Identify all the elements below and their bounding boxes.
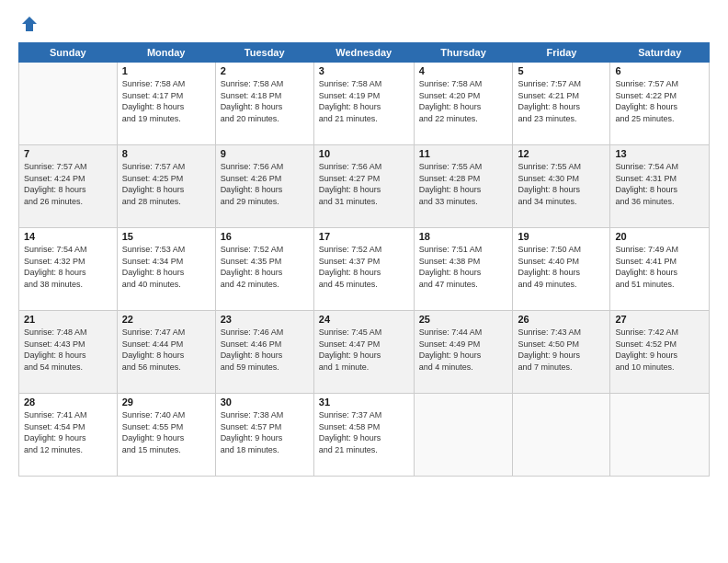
day-info: Sunrise: 7:38 AM Sunset: 4:57 PM Dayligh… [221, 409, 309, 455]
calendar-cell: 2Sunrise: 7:58 AM Sunset: 4:18 PM Daylig… [215, 63, 313, 145]
day-number: 13 [615, 148, 704, 159]
calendar-cell: 14Sunrise: 7:54 AM Sunset: 4:32 PM Dayli… [19, 228, 118, 311]
calendar-cell: 15Sunrise: 7:53 AM Sunset: 4:34 PM Dayli… [117, 228, 215, 311]
day-number: 10 [319, 148, 409, 159]
day-number: 8 [122, 148, 210, 159]
day-number: 24 [319, 314, 409, 325]
calendar-week-row: 1Sunrise: 7:58 AM Sunset: 4:17 PM Daylig… [19, 63, 710, 145]
day-info: Sunrise: 7:55 AM Sunset: 4:28 PM Dayligh… [419, 161, 508, 207]
calendar-cell: 31Sunrise: 7:37 AM Sunset: 4:58 PM Dayli… [313, 394, 414, 477]
day-number: 5 [518, 65, 605, 76]
day-number: 18 [419, 231, 508, 242]
day-number: 7 [24, 148, 112, 159]
calendar-cell: 27Sunrise: 7:42 AM Sunset: 4:52 PM Dayli… [610, 311, 710, 394]
calendar-cell: 12Sunrise: 7:55 AM Sunset: 4:30 PM Dayli… [513, 145, 610, 228]
calendar-table: SundayMondayTuesdayWednesdayThursdayFrid… [18, 42, 710, 477]
day-info: Sunrise: 7:56 AM Sunset: 4:26 PM Dayligh… [221, 161, 309, 207]
weekday-header: Friday [513, 43, 610, 63]
calendar-cell: 19Sunrise: 7:50 AM Sunset: 4:40 PM Dayli… [513, 228, 610, 311]
calendar-cell: 4Sunrise: 7:58 AM Sunset: 4:20 PM Daylig… [414, 63, 513, 145]
calendar-week-row: 28Sunrise: 7:41 AM Sunset: 4:54 PM Dayli… [19, 394, 710, 477]
day-info: Sunrise: 7:58 AM Sunset: 4:18 PM Dayligh… [221, 78, 309, 124]
day-info: Sunrise: 7:43 AM Sunset: 4:50 PM Dayligh… [518, 327, 605, 373]
logo-icon [20, 15, 39, 33]
calendar-cell [513, 394, 610, 477]
calendar-cell: 8Sunrise: 7:57 AM Sunset: 4:25 PM Daylig… [117, 145, 215, 228]
calendar-cell: 5Sunrise: 7:57 AM Sunset: 4:21 PM Daylig… [513, 63, 610, 145]
calendar-header-row: SundayMondayTuesdayWednesdayThursdayFrid… [19, 43, 710, 63]
day-info: Sunrise: 7:48 AM Sunset: 4:43 PM Dayligh… [24, 327, 112, 373]
day-number: 22 [122, 314, 210, 325]
day-info: Sunrise: 7:58 AM Sunset: 4:19 PM Dayligh… [319, 78, 409, 124]
calendar-cell [414, 394, 513, 477]
calendar-cell: 24Sunrise: 7:45 AM Sunset: 4:47 PM Dayli… [313, 311, 414, 394]
calendar-week-row: 7Sunrise: 7:57 AM Sunset: 4:24 PM Daylig… [19, 145, 710, 228]
svg-marker-0 [22, 17, 37, 31]
weekday-header: Saturday [610, 43, 710, 63]
day-number: 28 [24, 396, 112, 408]
calendar-cell: 29Sunrise: 7:40 AM Sunset: 4:55 PM Dayli… [117, 394, 215, 477]
day-info: Sunrise: 7:37 AM Sunset: 4:58 PM Dayligh… [319, 409, 409, 455]
weekday-header: Monday [117, 43, 215, 63]
calendar-cell: 25Sunrise: 7:44 AM Sunset: 4:49 PM Dayli… [414, 311, 513, 394]
logo [18, 15, 39, 33]
weekday-header: Thursday [414, 43, 513, 63]
weekday-header: Wednesday [313, 43, 414, 63]
day-info: Sunrise: 7:55 AM Sunset: 4:30 PM Dayligh… [518, 161, 605, 207]
calendar-cell: 3Sunrise: 7:58 AM Sunset: 4:19 PM Daylig… [313, 63, 414, 145]
day-info: Sunrise: 7:56 AM Sunset: 4:27 PM Dayligh… [319, 161, 409, 207]
day-info: Sunrise: 7:57 AM Sunset: 4:21 PM Dayligh… [518, 78, 605, 124]
day-info: Sunrise: 7:42 AM Sunset: 4:52 PM Dayligh… [615, 327, 704, 373]
calendar-cell: 11Sunrise: 7:55 AM Sunset: 4:28 PM Dayli… [414, 145, 513, 228]
calendar-cell: 7Sunrise: 7:57 AM Sunset: 4:24 PM Daylig… [19, 145, 118, 228]
day-info: Sunrise: 7:52 AM Sunset: 4:35 PM Dayligh… [221, 244, 309, 290]
day-number: 20 [615, 231, 704, 242]
weekday-header: Sunday [19, 43, 118, 63]
calendar-cell: 22Sunrise: 7:47 AM Sunset: 4:44 PM Dayli… [117, 311, 215, 394]
day-number: 9 [221, 148, 309, 159]
calendar-cell [610, 394, 710, 477]
calendar-cell: 30Sunrise: 7:38 AM Sunset: 4:57 PM Dayli… [215, 394, 313, 477]
day-info: Sunrise: 7:57 AM Sunset: 4:24 PM Dayligh… [24, 161, 112, 207]
day-number: 26 [518, 314, 605, 325]
day-number: 6 [615, 65, 704, 76]
calendar-cell: 16Sunrise: 7:52 AM Sunset: 4:35 PM Dayli… [215, 228, 313, 311]
header [18, 15, 710, 33]
day-info: Sunrise: 7:50 AM Sunset: 4:40 PM Dayligh… [518, 244, 605, 290]
calendar-week-row: 21Sunrise: 7:48 AM Sunset: 4:43 PM Dayli… [19, 311, 710, 394]
calendar-cell: 10Sunrise: 7:56 AM Sunset: 4:27 PM Dayli… [313, 145, 414, 228]
day-number: 3 [319, 65, 409, 76]
day-number: 2 [221, 65, 309, 76]
day-number: 4 [419, 65, 508, 76]
day-info: Sunrise: 7:53 AM Sunset: 4:34 PM Dayligh… [122, 244, 210, 290]
calendar-cell: 9Sunrise: 7:56 AM Sunset: 4:26 PM Daylig… [215, 145, 313, 228]
day-number: 31 [319, 396, 409, 408]
weekday-header: Tuesday [215, 43, 313, 63]
day-info: Sunrise: 7:54 AM Sunset: 4:32 PM Dayligh… [24, 244, 112, 290]
day-number: 30 [221, 396, 309, 408]
day-info: Sunrise: 7:58 AM Sunset: 4:17 PM Dayligh… [122, 78, 210, 124]
day-info: Sunrise: 7:41 AM Sunset: 4:54 PM Dayligh… [24, 409, 112, 455]
day-info: Sunrise: 7:54 AM Sunset: 4:31 PM Dayligh… [615, 161, 704, 207]
day-number: 19 [518, 231, 605, 242]
calendar-week-row: 14Sunrise: 7:54 AM Sunset: 4:32 PM Dayli… [19, 228, 710, 311]
day-info: Sunrise: 7:51 AM Sunset: 4:38 PM Dayligh… [419, 244, 508, 290]
day-number: 11 [419, 148, 508, 159]
calendar-cell: 13Sunrise: 7:54 AM Sunset: 4:31 PM Dayli… [610, 145, 710, 228]
day-info: Sunrise: 7:44 AM Sunset: 4:49 PM Dayligh… [419, 327, 508, 373]
day-info: Sunrise: 7:45 AM Sunset: 4:47 PM Dayligh… [319, 327, 409, 373]
calendar-page: SundayMondayTuesdayWednesdayThursdayFrid… [0, 0, 728, 563]
calendar-cell [19, 63, 118, 145]
day-number: 21 [24, 314, 112, 325]
day-number: 12 [518, 148, 605, 159]
calendar-cell: 18Sunrise: 7:51 AM Sunset: 4:38 PM Dayli… [414, 228, 513, 311]
calendar-cell: 20Sunrise: 7:49 AM Sunset: 4:41 PM Dayli… [610, 228, 710, 311]
day-number: 14 [24, 231, 112, 242]
day-number: 25 [419, 314, 508, 325]
calendar-cell: 17Sunrise: 7:52 AM Sunset: 4:37 PM Dayli… [313, 228, 414, 311]
day-info: Sunrise: 7:49 AM Sunset: 4:41 PM Dayligh… [615, 244, 704, 290]
day-number: 16 [221, 231, 309, 242]
calendar-cell: 21Sunrise: 7:48 AM Sunset: 4:43 PM Dayli… [19, 311, 118, 394]
day-number: 1 [122, 65, 210, 76]
calendar-cell: 6Sunrise: 7:57 AM Sunset: 4:22 PM Daylig… [610, 63, 710, 145]
